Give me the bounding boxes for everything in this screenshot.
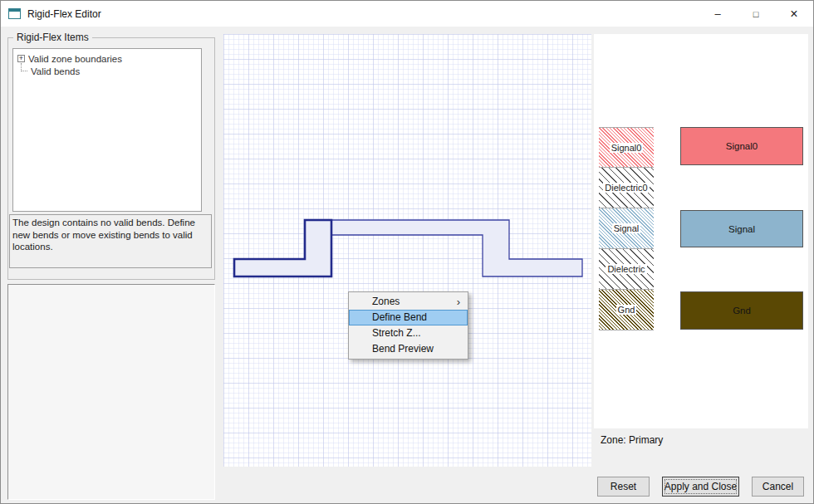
layer-block-label: Signal [728, 224, 755, 234]
layer-block-gnd[interactable]: Gnd [680, 291, 803, 330]
stackup-panel: Signal0 Dielectric0 Signal Dielectric Gn… [594, 34, 808, 428]
rigid-flex-items-group: Rigid-Flex Items + Valid zone boundaries… [7, 37, 215, 280]
window-title: Rigid-Flex Editor [27, 8, 101, 20]
menu-item-bend-preview[interactable]: Bend Preview [349, 341, 468, 357]
layer-block-label: Gnd [733, 306, 751, 316]
hatch-swatch-signal0: Signal0 [599, 127, 654, 168]
layer-block-signal[interactable]: Signal [680, 210, 803, 247]
preview-panel [7, 284, 215, 500]
layer-block-label: Signal0 [726, 141, 758, 151]
layer-block-signal0[interactable]: Signal0 [680, 127, 803, 165]
hatch-swatch-gnd: Gnd [599, 290, 654, 330]
reset-button[interactable]: Reset [597, 477, 650, 497]
context-menu: Zones › Define Bend Stretch Z... Bend Pr… [348, 291, 468, 360]
cancel-button[interactable]: Cancel [752, 477, 804, 497]
tree-item-valid-zone-boundaries[interactable]: + Valid zone boundaries [15, 52, 199, 65]
rigid-section-outline-selected [234, 220, 331, 276]
menu-item-define-bend[interactable]: Define Bend [349, 310, 468, 325]
rigid-flex-items-tree[interactable]: + Valid zone boundaries Valid bends [12, 48, 202, 212]
tree-item-valid-bends[interactable]: Valid bends [15, 65, 199, 77]
menu-item-stretch-z[interactable]: Stretch Z... [349, 325, 468, 341]
titlebar: Rigid-Flex Editor – □ × [1, 1, 813, 27]
menu-item-label: Zones [372, 296, 400, 307]
validation-message-text: The design contains no valid bends. Defi… [12, 218, 195, 252]
maximize-icon: □ [753, 9, 759, 19]
menu-item-label: Bend Preview [372, 343, 434, 355]
apply-and-close-button[interactable]: Apply and Close [662, 477, 739, 497]
hatch-swatch-signal: Signal [599, 208, 654, 249]
tree-item-label: Valid zone boundaries [28, 54, 122, 64]
layer-label: Signal [612, 223, 641, 233]
minimize-button[interactable]: – [699, 1, 737, 27]
tree-item-label: Valid bends [31, 66, 80, 76]
cross-section-canvas[interactable] [223, 34, 591, 467]
layer-label: Signal0 [610, 143, 644, 153]
minimize-icon: – [714, 7, 720, 20]
maximize-button[interactable]: □ [737, 1, 775, 27]
layer-label: Gnd [616, 305, 637, 315]
menu-item-label: Stretch Z... [372, 327, 421, 339]
stackup-legend: Signal0 Dielectric0 Signal Dielectric Gn… [599, 127, 654, 330]
submenu-arrow-icon: › [457, 294, 460, 310]
close-button[interactable]: × [775, 1, 813, 27]
menu-item-label: Define Bend [372, 311, 427, 323]
zone-label: Zone: Primary [601, 434, 663, 446]
tree-connector-icon [21, 63, 27, 71]
hatch-swatch-dielectric: Dielectric [599, 249, 654, 290]
cross-section-drawing [223, 34, 591, 467]
layer-label: Dielectric0 [603, 183, 649, 193]
layer-label: Dielectric [606, 264, 646, 274]
menu-item-zones[interactable]: Zones › [349, 294, 468, 310]
validation-message-panel: The design contains no valid bends. Defi… [9, 214, 212, 268]
group-title: Rigid-Flex Items [13, 32, 92, 43]
rigid-flex-editor-window: Rigid-Flex Editor – □ × Rigid-Flex Items… [0, 0, 814, 504]
app-icon [8, 8, 21, 19]
close-icon: × [790, 8, 797, 20]
expand-icon[interactable]: + [17, 55, 25, 62]
hatch-swatch-dielectric0: Dielectric0 [599, 168, 654, 208]
flex-section-outline [331, 220, 582, 276]
